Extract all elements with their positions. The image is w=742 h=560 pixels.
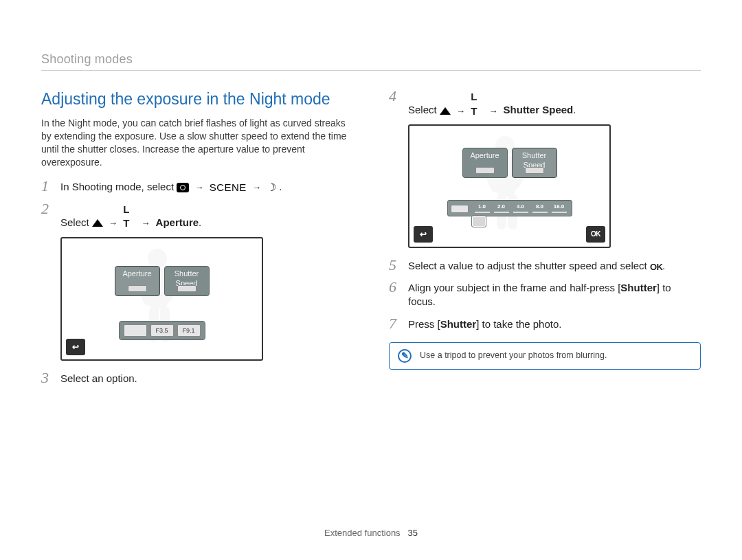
step-4-target: Shutter Speed [504, 104, 574, 116]
step-body: Select → L T → Aperture. [60, 201, 201, 230]
step-5: 5 Select a value to adjust the shutter s… [389, 258, 701, 273]
step-body: Select an option. [60, 370, 137, 385]
step-3: 3 Select an option. [41, 370, 353, 385]
step-body: In Shooting mode, select → SCENE → ☽. [60, 179, 282, 194]
step-6: 6 Align your subject in the frame and ha… [389, 280, 701, 309]
shutter-screen-mock: Aperture Shutter Speed 1.0 2.0 4.0 8.0 [408, 124, 611, 248]
step-7: 7 Press [Shutter] to take the photo. [389, 316, 701, 331]
auto-badge [475, 167, 495, 174]
step-7-pre: Press [ [408, 318, 440, 330]
lt-icon: L T [471, 90, 483, 100]
right-column: 4 Select → L T → Shutter Speed. [389, 89, 701, 392]
step-number: 6 [389, 280, 400, 295]
tab-aperture[interactable]: Aperture [115, 266, 160, 296]
tab-shutter-speed[interactable]: Shutter Speed [512, 148, 557, 178]
section-header: Shooting modes [41, 51, 701, 71]
arrow-icon: → [138, 217, 153, 229]
aperture-value-1[interactable]: F3.5 [150, 324, 174, 337]
up-triangle-icon [92, 219, 103, 227]
arrow-icon: → [453, 105, 468, 117]
auto-badge [128, 285, 147, 292]
step-body: Align your subject in the frame and half… [408, 280, 701, 309]
footer-label: Extended functions [324, 528, 401, 538]
step-4-text: Select [408, 104, 440, 116]
tab-aperture[interactable]: Aperture [462, 148, 508, 178]
step-6-pre: Align your subject in the frame and half… [408, 282, 620, 293]
back-button[interactable]: ↩ [414, 226, 433, 243]
auto-chip[interactable] [451, 205, 469, 213]
tick-1[interactable]: 1.0 [473, 203, 492, 213]
back-button[interactable]: ↩ [66, 339, 85, 355]
arrow-icon: → [249, 181, 264, 194]
aperture-value-2[interactable]: F9.1 [177, 324, 201, 337]
auto-chip[interactable] [124, 324, 147, 337]
tab-row: Aperture Shutter Speed [462, 148, 557, 178]
step-body: Press [Shutter] to take the photo. [408, 316, 561, 331]
step-number: 7 [389, 316, 400, 331]
lt-icon: L T [123, 203, 135, 212]
step-2-text: Select [60, 216, 92, 228]
tab-label: Aperture [463, 150, 507, 161]
step-number: 1 [41, 179, 52, 194]
night-mode-icon: ☽ [267, 180, 279, 190]
step-5-text: Select a value to adjust the shutter spe… [408, 260, 650, 271]
tab-row: Aperture Shutter Speed [115, 266, 210, 296]
tick-5[interactable]: 16.0 [550, 203, 569, 213]
aperture-screen-mock: Aperture Shutter Speed F3.5 F9.1 ↩ [60, 237, 263, 361]
page-footer: Extended functions 35 [0, 527, 742, 539]
arrow-icon: → [192, 181, 206, 194]
auto-badge [177, 285, 196, 292]
tick-3[interactable]: 4.0 [511, 203, 530, 213]
shutter-key: Shutter [620, 282, 657, 293]
step-1-text: In Shooting mode, select [60, 181, 177, 192]
step-body: Select a value to adjust the shutter spe… [408, 258, 665, 273]
tick-2[interactable]: 2.0 [492, 203, 511, 213]
step-number: 4 [389, 89, 400, 104]
step-1: 1 In Shooting mode, select → SCENE → ☽. [41, 179, 353, 194]
left-column: Adjusting the exposure in the Night mode… [41, 89, 353, 392]
step-7-post: ] to take the photo. [476, 318, 561, 330]
auto-badge [525, 167, 544, 174]
tip-text: Use a tripod to prevent your photos from… [420, 350, 607, 361]
step-body: Select → L T → Shutter Speed. [408, 89, 576, 117]
arrow-icon: → [106, 217, 120, 229]
scene-icon: SCENE [210, 181, 247, 194]
tab-label-line1: Shutter [165, 269, 209, 279]
ok-button[interactable]: OK [586, 226, 605, 243]
tab-label: Aperture [115, 269, 159, 279]
up-triangle-icon [440, 107, 451, 115]
step-number: 3 [41, 370, 52, 385]
step-number: 2 [41, 201, 52, 216]
tick-4[interactable]: 8.0 [530, 203, 550, 213]
step-number: 5 [389, 258, 400, 273]
page-title: Adjusting the exposure in the Night mode [41, 89, 353, 110]
ok-icon: OK [650, 261, 662, 271]
tab-label-line1: Shutter [513, 150, 556, 161]
aperture-value-row: F3.5 F9.1 [119, 321, 205, 340]
step-4: 4 Select → L T → Shutter Speed. [389, 89, 701, 117]
tip-box: ✎ Use a tripod to prevent your photos fr… [389, 342, 701, 370]
step-2: 2 Select → L T → Aperture. [41, 201, 353, 230]
shutter-tick-row: 1.0 2.0 4.0 8.0 16.0 [447, 200, 572, 216]
page-number: 35 [407, 528, 417, 538]
arrow-icon: → [486, 105, 500, 117]
note-icon: ✎ [398, 349, 412, 363]
camera-icon [177, 183, 189, 192]
tab-shutter-speed[interactable]: Shutter Speed [164, 266, 210, 296]
shutter-key: Shutter [440, 318, 477, 330]
intro-paragraph: In the Night mode, you can catch brief f… [41, 117, 353, 169]
step-2-target: Aperture [156, 216, 199, 228]
slider-handle[interactable] [471, 215, 486, 227]
